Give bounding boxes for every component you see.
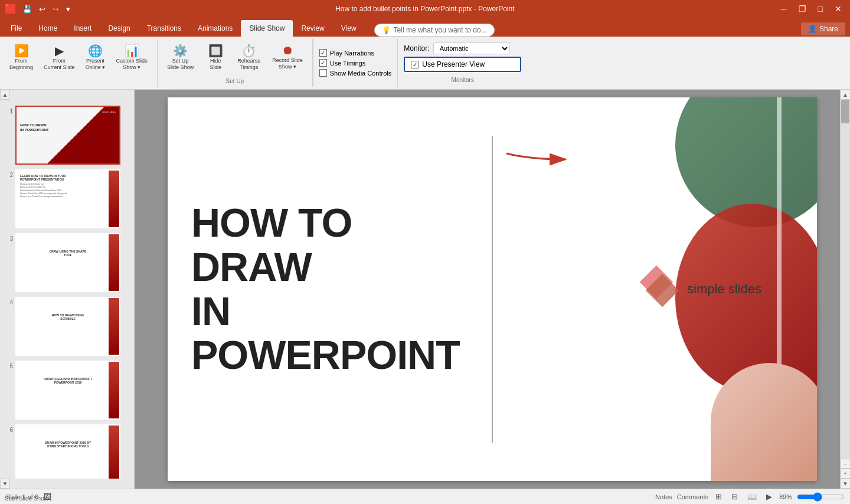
play-narrations-item[interactable]: Play Narrations xyxy=(319,49,392,57)
show-media-controls-item[interactable]: Show Media Controls xyxy=(319,69,392,77)
setup-group-label: Set Up xyxy=(162,78,308,84)
slide-thumbnail-5[interactable]: DRAW FREEHAND IN MICROSOFTPOWERPOINT 201… xyxy=(15,361,120,420)
scroll-up-button[interactable]: ▲ xyxy=(841,90,851,100)
slide-canvas: HOW TO DRAW IN POWERPOINT simple slides xyxy=(168,97,817,481)
tab-transitions[interactable]: Transitions xyxy=(139,20,189,37)
setup-slideshow-button[interactable]: ⚙️ Set UpSlide Show xyxy=(162,41,198,73)
from-current-icon: ▶ xyxy=(55,44,64,58)
from-beginning-button[interactable]: ▶️ FromBeginning xyxy=(5,41,38,84)
scroll-down-button[interactable]: ▼ xyxy=(841,479,851,489)
slides-scroll-up[interactable]: ▲ xyxy=(0,90,10,100)
play-narrations-checkbox[interactable] xyxy=(319,49,327,57)
record-slide-show-button[interactable]: ⏺ Record SlideShow ▾ xyxy=(267,41,308,73)
tab-view[interactable]: View xyxy=(333,20,365,37)
rehearse-timings-label: RehearseTimings xyxy=(237,58,260,71)
title-bar-left: 🟥 💾 ↩ ↪ ▾ xyxy=(5,4,73,15)
close-button[interactable]: ✕ xyxy=(831,3,845,15)
normal-view-button[interactable]: ⊞ xyxy=(713,491,724,502)
notes-button[interactable]: Notes xyxy=(655,493,672,500)
ribbon-group-start-slideshow: ▶️ FromBeginning ▶ FromCurrent Slide 🌐 P… xyxy=(0,39,158,87)
list-item: 5 DRAW FREEHAND IN MICROSOFTPOWERPOINT 2… xyxy=(2,359,132,421)
custom-slide-show-button[interactable]: 📊 Custom SlideShow ▾ xyxy=(112,41,153,84)
slides-scroll-down[interactable]: ▼ xyxy=(0,479,10,489)
monitor-label: Monitor: xyxy=(404,44,429,53)
scroll-mid-button-2[interactable]: + xyxy=(841,469,851,479)
from-current-label: FromCurrent Slide xyxy=(44,58,75,71)
slide-thumbnail-4[interactable]: HOW TO DRAW USINGSCRIBBLE xyxy=(15,297,120,356)
use-timings-checkbox[interactable] xyxy=(319,59,327,67)
from-current-slide-button[interactable]: ▶ FromCurrent Slide xyxy=(39,41,80,84)
canvas-area: HOW TO DRAW IN POWERPOINT simple slides xyxy=(135,90,850,489)
tab-home[interactable]: Home xyxy=(30,20,66,37)
logo-text: simple slides xyxy=(687,282,761,297)
hide-slide-icon: 🔲 xyxy=(208,44,223,58)
hide-slide-button[interactable]: 🔲 HideSlide xyxy=(201,41,230,73)
quick-access-toolbar: 💾 ↩ ↪ ▾ xyxy=(20,4,73,15)
monitor-select[interactable]: Automatic Monitor 1 Monitor 2 xyxy=(433,42,510,54)
rehearse-timings-icon: ⏱️ xyxy=(241,44,256,58)
present-online-icon: 🌐 xyxy=(88,44,103,58)
comments-button[interactable]: Comments xyxy=(677,493,708,500)
slide-number: 1 xyxy=(4,108,13,114)
ribbon-group-monitors: Monitor: Automatic Monitor 1 Monitor 2 U… xyxy=(397,39,527,87)
start-slideshow-group-label: Start Slide Show xyxy=(5,494,48,502)
slide-thumbnail-2[interactable]: LEARN HOW TO DRAW IN YOURPOWERPOINT PRES… xyxy=(15,169,120,228)
slide-title-area: HOW TO DRAW IN POWERPOINT xyxy=(191,201,475,377)
zoom-level: 89% xyxy=(779,493,792,500)
redo-button[interactable]: ↪ xyxy=(50,4,61,15)
slide-thumbnail-3[interactable]: DRAW USING THE SHAPETOOL xyxy=(15,233,120,292)
save-button[interactable]: 💾 xyxy=(20,4,34,15)
presenter-view-label: Use Presenter View xyxy=(422,60,485,68)
main-area: ▲ 1 HOW TO DRAWIN POWERPOINT simple slid… xyxy=(0,90,850,489)
tab-slideshow[interactable]: Slide Show xyxy=(241,20,293,37)
present-online-button[interactable]: 🌐 PresentOnline ▾ xyxy=(81,41,110,84)
slide-thumbnail-6[interactable]: DRAW IN POWERPOINT 2016 BYUSING START IN… xyxy=(15,424,120,479)
show-media-controls-checkbox[interactable] xyxy=(319,69,327,77)
record-slideshow-label: Record SlideShow ▾ xyxy=(272,57,303,70)
scroll-mid-button-1[interactable]: – xyxy=(841,459,851,469)
window-title: How to add bullet points in PowerPoint.p… xyxy=(73,5,777,13)
undo-button[interactable]: ↩ xyxy=(37,4,48,15)
slide-number: 6 xyxy=(4,427,13,433)
tell-me-box[interactable]: 💡 Tell me what you want to do... xyxy=(374,24,495,37)
slideshow-view-button[interactable]: ▶ xyxy=(764,491,774,502)
app-icon: 🟥 xyxy=(5,4,17,15)
use-timings-item[interactable]: Use Timings xyxy=(319,59,392,67)
scroll-thumb[interactable] xyxy=(841,100,849,123)
reading-view-button[interactable]: 📖 xyxy=(745,491,759,502)
tab-animations[interactable]: Animations xyxy=(189,20,241,37)
show-media-controls-label: Show Media Controls xyxy=(330,70,392,77)
zoom-slider[interactable] xyxy=(797,492,844,502)
slide-sorter-button[interactable]: ⊟ xyxy=(729,491,740,502)
tab-file[interactable]: File xyxy=(2,20,30,37)
ribbon-group-captions: Play Narrations Use Timings Show Media C… xyxy=(313,39,398,87)
play-narrations-label: Play Narrations xyxy=(330,50,374,57)
ribbon-group-setup: ⚙️ Set UpSlide Show 🔲 HideSlide ⏱️ Rehea… xyxy=(158,39,313,87)
list-item: 2 LEARN HOW TO DRAW IN YOURPOWERPOINT PR… xyxy=(2,168,132,230)
share-button[interactable]: 👤 Share xyxy=(801,22,845,35)
tab-design[interactable]: Design xyxy=(100,20,138,37)
from-beginning-label: FromBeginning xyxy=(9,58,33,71)
present-online-label: PresentOnline ▾ xyxy=(86,58,106,71)
scroll-track[interactable] xyxy=(841,100,850,459)
maximize-button[interactable]: □ xyxy=(815,3,826,15)
rehearse-timings-button[interactable]: ⏱️ RehearseTimings xyxy=(233,41,265,73)
slide-number: 2 xyxy=(4,172,13,178)
slide-number: 4 xyxy=(4,299,13,306)
restore-button[interactable]: ❐ xyxy=(795,3,810,15)
slide-thumbnail-1[interactable]: HOW TO DRAWIN POWERPOINT simple slides xyxy=(15,106,120,165)
list-item: 6 DRAW IN POWERPOINT 2016 BYUSING START … xyxy=(2,423,132,479)
from-beginning-icon: ▶️ xyxy=(14,44,29,58)
customize-quick-access-button[interactable]: ▾ xyxy=(64,4,73,15)
slides-list: 1 HOW TO DRAWIN POWERPOINT simple slides… xyxy=(0,100,134,479)
tab-insert[interactable]: Insert xyxy=(66,20,100,37)
tab-review[interactable]: Review xyxy=(293,20,332,37)
presenter-view-checkbox[interactable] xyxy=(411,61,419,68)
presenter-view-row[interactable]: Use Presenter View xyxy=(404,57,521,72)
minimize-button[interactable]: ─ xyxy=(777,3,790,15)
logo-icon xyxy=(640,270,678,308)
status-bar: Slide 1 of 6 🖼 Notes Comments ⊞ ⊟ 📖 ▶ 89… xyxy=(0,489,850,504)
slide-divider xyxy=(492,136,493,443)
use-timings-label: Use Timings xyxy=(330,60,366,67)
tell-me-text: Tell me what you want to do... xyxy=(394,26,487,34)
